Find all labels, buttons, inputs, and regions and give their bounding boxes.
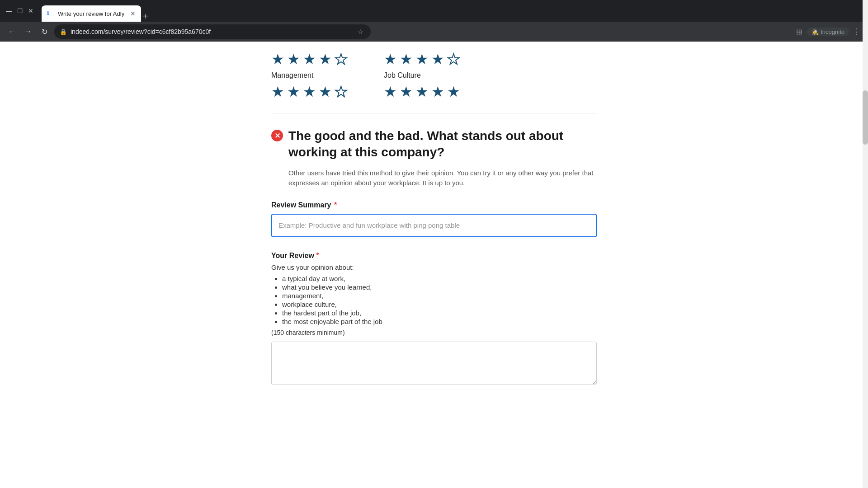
job-culture-stars-row-2[interactable]: ★ ★ ★ ★ ★ <box>384 83 460 100</box>
management-star2-5[interactable]: ★ <box>335 83 348 100</box>
job-culture-star-4[interactable]: ★ <box>431 51 444 68</box>
active-tab[interactable]: ℹ Write your review for Adly ✕ <box>42 5 141 22</box>
job-culture-stars-row[interactable]: ★ ★ ★ ★ ★ <box>384 51 460 68</box>
job-culture-star2-3[interactable]: ★ <box>415 83 429 100</box>
forward-button[interactable]: → <box>22 25 34 38</box>
bookmark-icon[interactable]: ☆ <box>356 27 365 36</box>
job-culture-label: Job Culture <box>384 71 460 80</box>
management-star-5[interactable]: ★ <box>335 51 348 68</box>
section-divider <box>271 113 597 113</box>
question-title: The good and the bad. What stands out ab… <box>288 128 563 161</box>
tab-favicon: ℹ <box>47 10 54 17</box>
job-culture-star2-5[interactable]: ★ <box>447 83 460 100</box>
job-culture-star-3[interactable]: ★ <box>415 51 429 68</box>
new-tab-button[interactable]: + <box>143 11 148 22</box>
lock-icon: 🔒 <box>60 28 67 35</box>
tab-title: Write your review for Adly <box>58 10 127 17</box>
page-content: ★ ★ ★ ★ ★ Management ★ ★ ★ ★ ★ ★ <box>0 42 868 488</box>
char-minimum-text: (150 characters minimum) <box>271 329 597 336</box>
review-textarea[interactable] <box>271 342 597 385</box>
job-culture-star2-4[interactable]: ★ <box>431 83 444 100</box>
reload-button[interactable]: ↻ <box>38 25 51 38</box>
main-container: ★ ★ ★ ★ ★ Management ★ ★ ★ ★ ★ ★ <box>271 42 597 488</box>
job-culture-star2-1[interactable]: ★ <box>384 83 397 100</box>
management-star-1[interactable]: ★ <box>271 51 284 68</box>
management-label: Management <box>271 71 348 80</box>
management-star2-2[interactable]: ★ <box>287 83 300 100</box>
job-culture-rating: ★ ★ ★ ★ ★ Job Culture ★ ★ ★ ★ ★ <box>384 51 460 100</box>
your-review-label-text: Your Review <box>271 252 314 259</box>
management-star-2[interactable]: ★ <box>287 51 300 68</box>
job-culture-star2-2[interactable]: ★ <box>400 83 413 100</box>
job-culture-star-5[interactable]: ★ <box>447 51 460 68</box>
maximize-button[interactable]: ☐ <box>16 7 24 14</box>
bullet-hardest: the hardest part of the job, <box>282 309 597 317</box>
required-star-review: * <box>314 252 319 259</box>
close-button[interactable]: ✕ <box>27 7 34 14</box>
browser-menu-button[interactable]: ⋮ <box>851 25 863 38</box>
scrollbar-thumb[interactable] <box>863 90 868 145</box>
bullet-typical-day: a typical day at work, <box>282 275 597 282</box>
review-summary-group: Review Summary * <box>271 201 597 248</box>
review-bullets-list: a typical day at work, what you believe … <box>271 275 597 325</box>
scrollbar-track[interactable] <box>863 0 868 488</box>
your-review-section: Your Review * Give us your opinion about… <box>271 252 597 387</box>
bullet-enjoyable: the most enjoyable part of the job <box>282 318 597 325</box>
management-star2-3[interactable]: ★ <box>303 83 316 100</box>
review-summary-label: Review Summary * <box>271 201 597 209</box>
management-star2-4[interactable]: ★ <box>319 83 332 100</box>
bullet-culture: workplace culture, <box>282 300 597 308</box>
management-star-3[interactable]: ★ <box>303 51 316 68</box>
your-review-label: Your Review * <box>271 252 597 260</box>
question-header: ✕ The good and the bad. What stands out … <box>271 128 597 161</box>
management-stars-row-2[interactable]: ★ ★ ★ ★ ★ <box>271 83 348 100</box>
job-culture-star-1[interactable]: ★ <box>384 51 397 68</box>
management-rating: ★ ★ ★ ★ ★ Management ★ ★ ★ ★ ★ <box>271 51 348 100</box>
question-title-line2: working at this company? <box>288 145 444 159</box>
incognito-icon: 🕵 <box>811 28 819 35</box>
question-title-text: The good and the bad. What stands out ab… <box>288 129 563 143</box>
bullet-learned: what you believe you learned, <box>282 283 597 291</box>
address-bar[interactable]: 🔒 indeed.com/survey/review?cid=c6cf82b95… <box>54 24 371 39</box>
required-star-summary: * <box>332 201 337 209</box>
review-summary-input[interactable] <box>271 214 597 237</box>
required-icon: ✕ <box>271 130 283 141</box>
question-description: Other users have tried this method to gi… <box>288 168 597 188</box>
url-text: indeed.com/survey/review?cid=c6cf82b95a6… <box>71 28 352 35</box>
tab-close-button[interactable]: ✕ <box>130 10 136 17</box>
management-star-4[interactable]: ★ <box>319 51 332 68</box>
bullet-management: management, <box>282 292 597 300</box>
incognito-label: Incognito <box>821 28 844 35</box>
question-section: ✕ The good and the bad. What stands out … <box>271 128 597 188</box>
extensions-button[interactable]: ⊞ <box>793 25 805 38</box>
management-star2-1[interactable]: ★ <box>271 83 284 100</box>
ratings-section: ★ ★ ★ ★ ★ Management ★ ★ ★ ★ ★ ★ <box>271 51 597 100</box>
incognito-button[interactable]: 🕵 Incognito <box>807 28 849 36</box>
minimize-button[interactable]: — <box>5 7 13 14</box>
back-button[interactable]: ← <box>5 25 18 38</box>
job-culture-star-2[interactable]: ★ <box>400 51 413 68</box>
review-prompt: Give us your opinion about: <box>271 263 597 271</box>
review-summary-label-text: Review Summary <box>271 201 331 209</box>
management-stars-row[interactable]: ★ ★ ★ ★ ★ <box>271 51 348 68</box>
